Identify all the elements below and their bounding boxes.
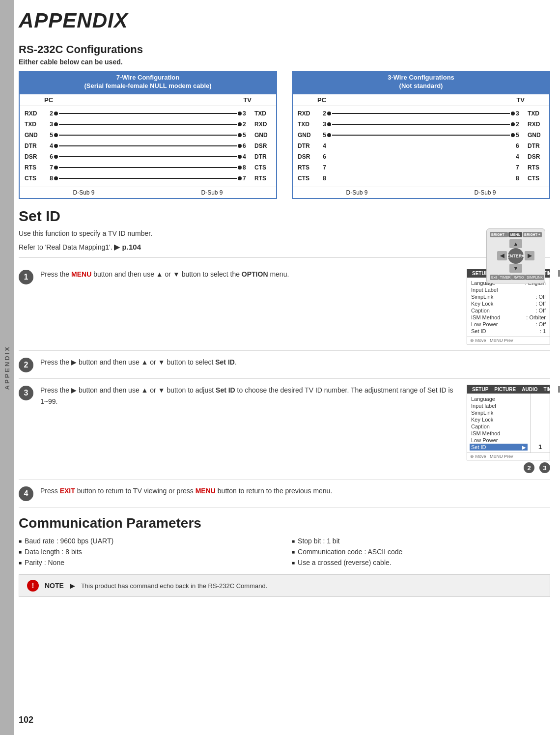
step-3-text: Press the ▶ button and then use ▲ or ▼ b… xyxy=(40,385,460,407)
step-badges: 2 3 xyxy=(522,462,550,473)
badge-3: 3 xyxy=(539,462,550,473)
comm-param-parity: Parity : None xyxy=(19,558,277,567)
osd-2-body: Language Input label SimpLink Key Lock C… xyxy=(467,394,550,452)
dpad-right: ▶ xyxy=(525,251,534,260)
3wire-rows: RXD 2 3 TXD TXD xyxy=(293,106,549,186)
ratio-btn: RATIO xyxy=(512,275,525,280)
3wire-sub-labels: D-Sub 9 D-Sub 9 xyxy=(293,187,549,198)
3wire-col-headers: PC TV xyxy=(293,94,549,106)
rs232c-title: RS-232C Configurations xyxy=(19,43,550,56)
wire-row-4: DTR 4 6 DSR xyxy=(25,141,271,151)
3wire-row-2: TXD 3 2 RXD xyxy=(298,119,544,130)
set-id-title: Set ID xyxy=(19,208,550,225)
7wire-table: 7-Wire Configuration (Serial female-fema… xyxy=(19,71,277,199)
wire-row-3: GND 5 5 GND xyxy=(25,130,271,141)
comm-params-grid: Baud rate : 9600 bps (UART) Stop bit : 1… xyxy=(19,536,550,567)
wire-row-5: DSR 6 4 DTR xyxy=(25,151,271,162)
step-2-row: 2 Press the ▶ button and then use ▲ or ▼… xyxy=(19,351,550,379)
step-4-number: 4 xyxy=(19,486,33,501)
note-arrow: ▶ xyxy=(70,582,75,590)
dpad-left: ◀ xyxy=(497,251,507,260)
3wire-row-7: CTS 8 8 CTS xyxy=(298,173,544,184)
set-id-content: BRIGHT - MENU BRIGHT + ▲ ◀ ENTER⊕ ▶ ▼ xyxy=(19,228,550,508)
3wire-row-1: RXD 2 3 TXD xyxy=(298,108,544,119)
comm-params-section: Communication Parameters Baud rate : 960… xyxy=(19,515,550,567)
bright-plus-btn: BRIGHT + xyxy=(523,232,542,237)
page-number: 102 xyxy=(19,715,33,725)
remote-top-row: BRIGHT - MENU BRIGHT + xyxy=(490,232,542,237)
7wire-header: 7-Wire Configuration (Serial female-fema… xyxy=(19,71,277,93)
comm-param-baud: Baud rate : 9600 bps (UART) xyxy=(19,536,277,546)
step-1-number: 1 xyxy=(19,270,33,284)
osd-1-footer: ⊕ Move MENU Prev xyxy=(467,337,550,344)
sidebar-appendix-label: APPENDIX xyxy=(0,0,14,735)
comm-params-title: Communication Parameters xyxy=(19,515,550,531)
wire-row-2: TXD 3 2 RXD xyxy=(25,119,271,130)
osd-2-footer: ⊕ Move MENU Prev xyxy=(467,452,550,460)
comm-param-commcode: Communication code : ASCII code xyxy=(292,547,550,557)
step-1-row: 1 Press the MENU button and then use ▲ o… xyxy=(19,263,550,351)
steps-area: 1 Press the MENU button and then use ▲ o… xyxy=(19,257,550,508)
3wire-content: PC TV RXD 2 3 xyxy=(292,93,550,199)
osd-1-body: Language: English Input Label SimpLink: … xyxy=(467,278,550,337)
dpad-mid: ◀ ENTER⊕ ▶ xyxy=(497,248,534,264)
3wire-row-5: DSR 6 4 DSR xyxy=(298,151,544,162)
page-header: APPENDIX xyxy=(19,5,550,34)
enter-btn: ENTER⊕ xyxy=(508,248,524,264)
comm-param-cable: Use a crossed (reverse) cable. xyxy=(292,558,550,567)
badge-2: 2 xyxy=(524,462,534,473)
osd-2-value: 1 xyxy=(530,394,550,452)
set-id-text-area: Use this function to specify a TV ID num… xyxy=(19,228,550,253)
note-icon: ! xyxy=(27,580,39,592)
bright-minus-btn: BRIGHT - xyxy=(490,232,508,237)
osd-2-menu: Language Input label SimpLink Key Lock C… xyxy=(467,394,530,452)
comm-param-datalength: Data length : 8 bits xyxy=(19,547,277,557)
7wire-sub-labels: D-Sub 9 D-Sub 9 xyxy=(20,187,276,198)
step-4-text: Press EXIT button to return to TV viewin… xyxy=(40,485,460,496)
step-2-text: Press the ▶ button and then use ▲ or ▼ b… xyxy=(40,357,460,368)
step-3-right: SETUP PICTURE AUDIO TIME OPTION LOCK Lan… xyxy=(467,385,550,473)
7wire-col-headers: PC TV xyxy=(20,94,276,106)
3wire-row-3: GND 5 5 GND xyxy=(298,130,544,141)
wire-tables-row: 7-Wire Configuration (Serial female-fema… xyxy=(19,71,550,199)
comm-param-stop: Stop bit : 1 bit xyxy=(292,536,550,546)
step-1-text: Press the MENU button and then use ▲ or … xyxy=(40,269,460,280)
step-2-number: 2 xyxy=(19,358,33,372)
set-id-section: Set ID BRIGHT - MENU BRIGHT + ▲ ◀ ENTER⊕ xyxy=(19,208,550,508)
note-box: ! NOTE ▶ This product has command echo b… xyxy=(19,574,550,597)
set-id-desc1: Use this function to specify a TV ID num… xyxy=(19,228,481,239)
page-title: APPENDIX xyxy=(19,9,128,32)
rs232c-section: RS-232C Configurations Either cable belo… xyxy=(19,43,550,199)
remote-bottom: Exit TIMER RATIO SIMPLINK xyxy=(490,275,542,280)
osd-screen-2: SETUP PICTURE AUDIO TIME OPTION LOCK Lan… xyxy=(467,385,550,460)
menu-btn: MENU xyxy=(508,232,523,237)
step-3-row: 3 Press the ▶ button and then use ▲ or ▼… xyxy=(19,379,550,480)
wire-row-6: RTS 7 8 CTS xyxy=(25,162,271,173)
3wire-row-6: RTS 7 7 RTS xyxy=(298,162,544,173)
set-id-desc2: Refer to 'Real Data Mapping1'. ▶ p.104 xyxy=(19,242,481,253)
7wire-content: PC TV RXD 2 3 xyxy=(19,93,277,199)
appendix-sidebar-text: APPENDIX xyxy=(3,345,11,390)
dpad-area: ▲ ◀ ENTER⊕ ▶ ▼ xyxy=(490,239,542,273)
3wire-header: 3-Wire Configurations (Not standard) xyxy=(292,71,550,93)
wire-row-7: CTS 8 7 RTS xyxy=(25,173,271,184)
remote-box: BRIGHT - MENU BRIGHT + ▲ ◀ ENTER⊕ ▶ ▼ xyxy=(486,228,545,283)
dpad-down: ▼ xyxy=(509,264,523,273)
remote-control-image: BRIGHT - MENU BRIGHT + ▲ ◀ ENTER⊕ ▶ ▼ xyxy=(486,228,545,283)
osd-2-header: SETUP PICTURE AUDIO TIME OPTION LOCK xyxy=(467,385,550,394)
step-4-row: 4 Press EXIT button to return to TV view… xyxy=(19,480,550,508)
step-3-number: 3 xyxy=(19,386,33,400)
timer-btn: TIMER xyxy=(499,275,512,280)
wire-row-1: RXD 2 3 TXD xyxy=(25,108,271,119)
note-text: This product has command echo back in th… xyxy=(81,582,267,590)
3wire-table: 3-Wire Configurations (Not standard) PC … xyxy=(292,71,550,199)
simplink-btn: SIMPLINK xyxy=(525,275,544,280)
note-label: NOTE xyxy=(45,582,64,590)
7wire-rows: RXD 2 3 TXD TXD xyxy=(20,106,276,186)
dpad-up: ▲ xyxy=(509,239,523,248)
exit-btn: Exit xyxy=(490,275,499,280)
3wire-row-4: DTR 4 6 DTR xyxy=(298,141,544,151)
rs232c-subtitle: Either cable below can be used. xyxy=(19,58,550,66)
